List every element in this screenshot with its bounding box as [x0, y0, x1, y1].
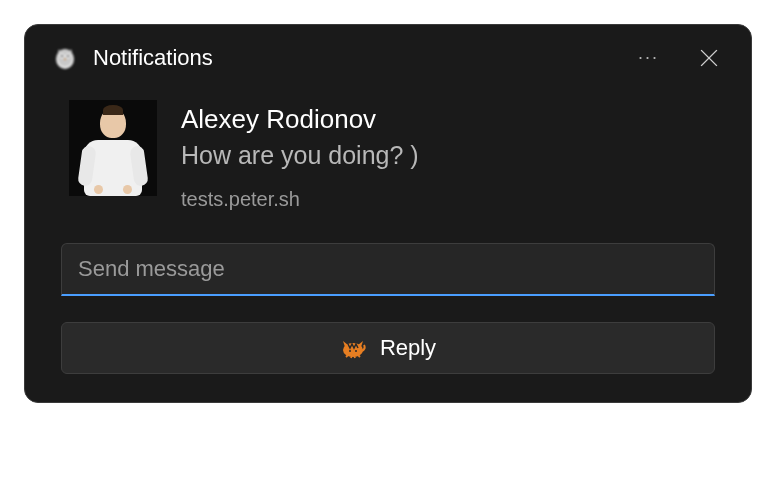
svg-point-9: [349, 350, 351, 352]
notification-content: Alexey Rodionov How are you doing? ) tes…: [25, 80, 751, 219]
header-title: Notifications: [93, 45, 614, 71]
notification-header: Notifications ···: [25, 25, 751, 80]
cat-icon: [340, 337, 366, 359]
notification-text: Alexey Rodionov How are you doing? ) tes…: [181, 100, 419, 211]
source-domain: tests.peter.sh: [181, 188, 419, 211]
message-body: How are you doing? ): [181, 141, 419, 170]
close-icon: [700, 49, 718, 67]
close-button[interactable]: [695, 44, 723, 72]
reply-button-label: Reply: [380, 335, 436, 361]
svg-point-4: [61, 55, 63, 57]
sender-avatar: [69, 100, 157, 196]
message-input[interactable]: [61, 243, 715, 296]
reply-button[interactable]: Reply: [61, 322, 715, 374]
header-actions: ···: [630, 43, 723, 72]
notification-card: Notifications ··· Alexey Rodionov: [24, 24, 752, 403]
svg-point-10: [355, 350, 357, 352]
more-button[interactable]: ···: [630, 43, 667, 72]
sender-name: Alexey Rodionov: [181, 104, 419, 135]
button-row: Reply: [25, 304, 751, 402]
input-row: [25, 219, 751, 304]
app-owl-icon: [53, 46, 77, 70]
svg-point-5: [67, 55, 69, 57]
